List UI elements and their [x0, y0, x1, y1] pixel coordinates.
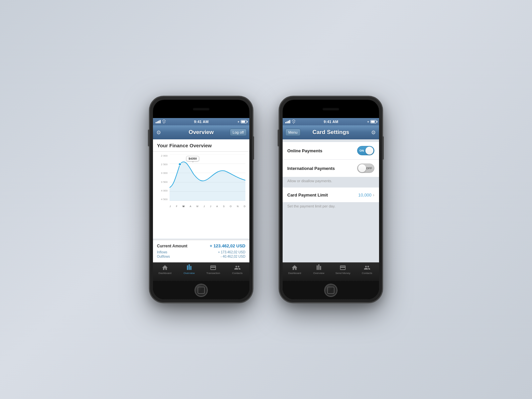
tab-overview-label-1: Overview: [184, 272, 195, 275]
tab-dashboard-1[interactable]: Dashboard: [156, 264, 174, 275]
current-amount-value: + 123.462,02 USD: [210, 243, 245, 248]
battery-icon-2: [370, 120, 376, 123]
card-limit-label: Card Payment Limit: [287, 193, 328, 198]
line-chart-svg: [170, 154, 245, 201]
international-payments-toggle[interactable]: OFF: [357, 164, 374, 173]
online-payments-knob: [365, 147, 373, 155]
card-limit-section: Card Payment Limit 10,000 ›: [283, 188, 379, 202]
phone-2: 9:41 AM ✦ Menu Card Settings ⚙: [279, 96, 382, 303]
y-label-3: 3 500: [157, 181, 169, 184]
phone-2-display: 9:41 AM ✦ Menu Card Settings ⚙: [283, 118, 379, 281]
x-label-dec: D: [244, 205, 245, 207]
x-label-jul: J: [210, 205, 211, 207]
inflows-label: Inflows: [157, 250, 167, 254]
nav-bar-1: ⚙ Overview Log off: [153, 125, 249, 139]
y-label-5: 4 500: [157, 198, 169, 201]
chart-svg-wrap: $4350: [170, 154, 245, 201]
phone-2-screen: 9:41 AM ✦ Menu Card Settings ⚙: [283, 100, 379, 299]
current-amount-row: Current Amount + 123.462,02 USD: [157, 243, 245, 248]
card-limit-row[interactable]: Card Payment Limit 10,000 ›: [283, 188, 379, 202]
inflows-value: + 173.462,02 USD: [218, 250, 245, 254]
online-payments-toggle[interactable]: ON: [357, 146, 374, 155]
chart-area: 4 500 4 000 3 500 3 000 2 500 2 000 $435…: [157, 154, 245, 207]
settings-icon-2[interactable]: ⚙: [371, 129, 376, 135]
signal-area: [156, 120, 166, 124]
status-time-2: 9:41 AM: [324, 120, 338, 124]
y-label-4: 4 000: [157, 189, 169, 192]
tab-dashboard-label-2: Dashboard: [288, 272, 301, 275]
power-button-2: [382, 136, 384, 160]
inflows-row: Inflows + 173.462,02 USD: [157, 250, 245, 254]
card-limit-description: Set the payment limit per day.: [283, 202, 379, 211]
outflows-row: Outflows - 40.462,02 USD: [157, 255, 245, 258]
y-label-0: 2 000: [157, 154, 169, 157]
home-button-area-2: [283, 281, 379, 299]
sendmoney-icon-2: [339, 264, 346, 271]
tab-contacts-1[interactable]: Contacts: [228, 264, 246, 275]
x-label-sep: S: [223, 205, 225, 207]
payments-description: Allow or disallow payments.: [283, 177, 379, 186]
current-amount-label: Current Amount: [157, 244, 188, 248]
x-axis-labels: J F M A M J J A S O N D: [170, 205, 245, 207]
settings-icon-1[interactable]: ⚙: [156, 129, 161, 135]
cell-signal: [156, 120, 161, 123]
international-payments-row: International Payments OFF: [283, 160, 379, 177]
tab-dashboard-2[interactable]: Dashboard: [286, 264, 304, 275]
tab-contacts-label-2: Contacts: [362, 272, 372, 275]
x-label-mar: M: [183, 205, 185, 207]
tab-bar-2: Dashboard Overview Send Money: [283, 262, 379, 281]
y-label-1: 2 500: [157, 163, 169, 166]
earpiece-2: [323, 108, 339, 110]
tab-bar-1: Dashboard Overview Transaction: [153, 262, 249, 281]
payments-section: Online Payments ON International Payment…: [283, 142, 379, 177]
outflows-value: - 40.462,02 USD: [221, 255, 246, 258]
x-label-jun: J: [203, 205, 205, 207]
wifi-icon: [162, 120, 166, 124]
home-button-1[interactable]: [195, 284, 207, 297]
international-payments-toggle-label: OFF: [366, 167, 372, 170]
phone-1: 9:41 AM ✦ ⚙ Overview Log off: [150, 96, 253, 303]
online-payments-row: Online Payments ON: [283, 142, 379, 160]
content-overview: Your Finance Overview 4 500 4 000 3 500 …: [153, 139, 249, 262]
x-label-feb: F: [176, 205, 177, 207]
logoff-button[interactable]: Log off: [230, 129, 247, 136]
tab-transaction-1[interactable]: Transaction: [204, 264, 222, 275]
dashboard-icon-2: [291, 264, 298, 271]
tab-overview-2[interactable]: Overview: [310, 264, 328, 275]
status-bar-1: 9:41 AM ✦: [153, 118, 249, 125]
finance-header: Your Finance Overview: [153, 139, 249, 152]
status-time-1: 9:41 AM: [194, 120, 209, 124]
tab-sendmoney-2[interactable]: Send Money: [334, 264, 352, 275]
content-settings: Online Payments ON International Payment…: [283, 139, 379, 262]
x-label-jan: J: [170, 205, 171, 207]
tab-contacts-2[interactable]: Contacts: [358, 264, 376, 275]
home-button-2[interactable]: [325, 284, 337, 297]
international-payments-knob: [358, 164, 366, 172]
nav-title-2: Card Settings: [313, 129, 349, 136]
tab-overview-label-2: Overview: [313, 272, 324, 275]
x-label-oct: O: [230, 205, 231, 207]
amount-section: Current Amount + 123.462,02 USD Inflows …: [153, 240, 249, 262]
x-label-may: M: [197, 205, 199, 207]
settings-group-1: Online Payments ON International Payment…: [283, 142, 379, 186]
settings-group-2: Card Payment Limit 10,000 › Set the paym…: [283, 188, 379, 211]
outflows-label: Outflows: [157, 255, 170, 258]
power-button: [253, 136, 254, 160]
status-right-2: ✦: [367, 120, 376, 124]
svg-point-6: [179, 163, 181, 166]
phone-1-screen: 9:41 AM ✦ ⚙ Overview Log off: [153, 100, 249, 299]
x-label-nov: N: [237, 205, 238, 207]
home-button-area-1: [153, 281, 249, 299]
cell-signal-2: [285, 120, 290, 123]
bluetooth-icon: ✦: [237, 120, 240, 124]
tab-overview-1[interactable]: Overview: [180, 264, 198, 275]
contacts-icon-1: [234, 264, 241, 271]
volume-button-2: [278, 130, 279, 146]
online-payments-label: Online Payments: [287, 148, 322, 153]
tab-transaction-label-1: Transaction: [206, 272, 220, 275]
online-payments-toggle-label: ON: [359, 149, 364, 152]
chart-container: 4 500 4 000 3 500 3 000 2 500 2 000 $435…: [153, 152, 249, 238]
contacts-icon-2: [364, 264, 370, 271]
tab-dashboard-label-1: Dashboard: [159, 272, 172, 275]
menu-button[interactable]: Menu: [285, 129, 301, 136]
